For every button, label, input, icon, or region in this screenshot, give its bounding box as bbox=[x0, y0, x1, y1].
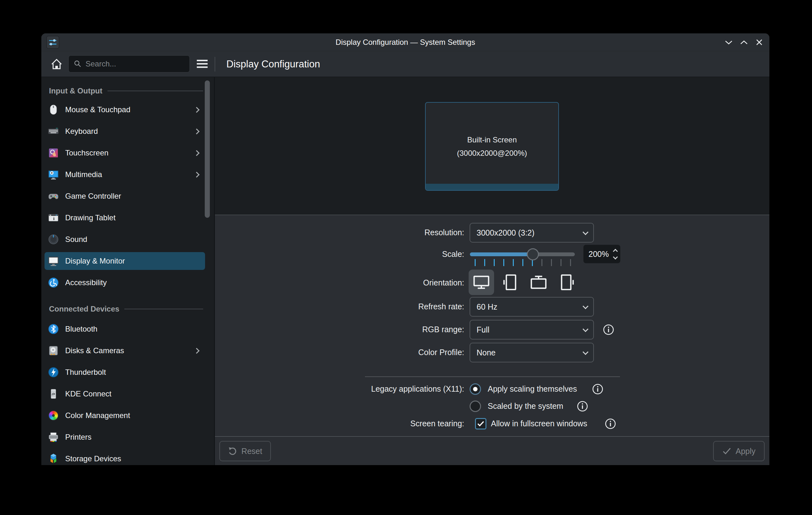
sidebar-item-disks-cameras[interactable]: Disks & Cameras bbox=[45, 342, 205, 360]
scaled-by-system-info-button[interactable] bbox=[577, 401, 588, 412]
checkmark-icon bbox=[477, 421, 485, 427]
sidebar-item-keyboard[interactable]: Keyboard bbox=[45, 122, 205, 140]
toolbar: Display Configuration bbox=[41, 51, 770, 77]
page-title: Display Configuration bbox=[226, 51, 320, 77]
orientation-portrait-right-button[interactable] bbox=[554, 269, 580, 295]
toolbar-separator bbox=[214, 57, 215, 71]
bluetooth-icon bbox=[48, 323, 59, 335]
section-separator bbox=[365, 376, 620, 377]
apply-scaling-info-button[interactable] bbox=[592, 383, 604, 395]
apply-scaling-label: Apply scaling themselves bbox=[488, 384, 577, 394]
multimedia-icon bbox=[48, 169, 59, 180]
reset-icon bbox=[228, 447, 237, 456]
sidebar-scrollbar[interactable] bbox=[205, 80, 210, 218]
sidebar-item-color-management[interactable]: Color Management bbox=[45, 407, 205, 424]
sidebar-item-label: Thunderbolt bbox=[65, 368, 200, 377]
screen-tearing-checkbox[interactable] bbox=[475, 418, 487, 429]
sidebar-item-multimedia[interactable]: Multimedia bbox=[45, 166, 205, 183]
sidebar-item-label: Sound bbox=[65, 235, 200, 244]
sidebar-item-touchscreen[interactable]: Touchscreen bbox=[45, 144, 205, 162]
info-icon bbox=[605, 418, 616, 429]
resolution-dropdown[interactable]: 3000x2000 (3:2) bbox=[470, 223, 594, 242]
orientation-portrait-left-button[interactable] bbox=[497, 269, 523, 295]
screen-tearing-info-button[interactable] bbox=[605, 418, 616, 429]
sidebar-item-mouse-touchpad[interactable]: Mouse & Touchpad bbox=[45, 101, 205, 119]
system-settings-window: Display Configuration — System Settings bbox=[41, 33, 770, 465]
color-profile-value: None bbox=[476, 348, 583, 357]
sidebar-item-sound[interactable]: Sound bbox=[45, 230, 205, 248]
chevron-right-icon bbox=[194, 150, 199, 156]
orientation-landscape-button[interactable] bbox=[469, 269, 494, 295]
sidebar-item-kde-connect[interactable]: KDE Connect bbox=[45, 385, 205, 403]
touchscreen-icon bbox=[48, 147, 59, 159]
info-icon bbox=[577, 401, 588, 412]
hamburger-menu-button[interactable] bbox=[195, 57, 209, 71]
home-button[interactable] bbox=[49, 56, 64, 71]
allow-fullscreen-label: Allow in fullscreen windows bbox=[491, 419, 587, 428]
accessibility-icon bbox=[48, 277, 59, 288]
monitor-portrait-right-icon bbox=[558, 273, 576, 291]
sidebar-item-label: Storage Devices bbox=[65, 454, 200, 463]
printers-icon bbox=[48, 431, 59, 443]
minimize-button[interactable] bbox=[722, 36, 736, 49]
sidebar-item-label: Accessibility bbox=[65, 278, 200, 287]
sidebar-item-drawing-tablet[interactable]: Drawing Tablet bbox=[45, 209, 205, 227]
spinbox-arrows[interactable] bbox=[614, 250, 617, 259]
radio-scaled-by-system[interactable] bbox=[470, 401, 481, 412]
chevron-down-icon bbox=[582, 303, 588, 309]
orientation-landscape-flipped-button[interactable] bbox=[526, 269, 551, 295]
section-rule bbox=[108, 91, 203, 91]
kde-connect-icon bbox=[48, 388, 59, 400]
scale-tick bbox=[560, 259, 561, 266]
keyboard-icon bbox=[48, 125, 59, 137]
apply-label: Apply bbox=[736, 447, 756, 456]
apply-button[interactable]: Apply bbox=[713, 441, 765, 461]
sidebar-item-storage-devices[interactable]: Storage Devices bbox=[45, 450, 205, 465]
sidebar-item-bluetooth[interactable]: Bluetooth bbox=[45, 320, 205, 338]
color-profile-dropdown[interactable]: None bbox=[470, 343, 594, 363]
monitor-preview-area: Built-in Screen (3000x2000@200%) bbox=[215, 77, 770, 215]
refresh-rate-dropdown[interactable]: 60 Hz bbox=[470, 297, 594, 317]
scale-tick bbox=[494, 259, 495, 266]
scale-tick bbox=[551, 259, 552, 266]
spin-up-icon[interactable] bbox=[613, 249, 618, 254]
sidebar-item-display-monitor[interactable]: Display & Monitor bbox=[45, 252, 205, 270]
scale-tick bbox=[484, 259, 485, 266]
orientation-label: Orientation: bbox=[336, 278, 464, 287]
game-controller-icon bbox=[48, 191, 59, 202]
sidebar-item-accessibility[interactable]: Accessibility bbox=[45, 274, 205, 291]
sidebar-item-thunderbolt[interactable]: Thunderbolt bbox=[45, 363, 205, 381]
radio-dot bbox=[473, 387, 477, 391]
color-profile-label: Color Profile: bbox=[336, 348, 464, 357]
color-management-icon bbox=[48, 410, 59, 421]
chevron-down-icon bbox=[582, 229, 588, 235]
scale-tick bbox=[522, 259, 523, 266]
scale-tick bbox=[503, 259, 504, 266]
reset-label: Reset bbox=[241, 447, 262, 456]
refresh-rate-value: 60 Hz bbox=[476, 302, 583, 312]
rgb-range-dropdown[interactable]: Full bbox=[470, 320, 594, 340]
maximize-button[interactable] bbox=[737, 36, 751, 49]
section-rule bbox=[124, 309, 203, 309]
scale-spinbox[interactable]: 200% bbox=[583, 245, 620, 263]
monitor-preview[interactable]: Built-in Screen (3000x2000@200%) bbox=[425, 102, 559, 191]
scale-label: Scale: bbox=[336, 250, 464, 259]
sidebar-item-label: Display & Monitor bbox=[65, 257, 200, 265]
main-panel: Built-in Screen (3000x2000@200%) Resolut… bbox=[215, 77, 770, 465]
radio-apply-scaling[interactable] bbox=[470, 383, 481, 395]
sidebar-item-label: Drawing Tablet bbox=[65, 213, 200, 222]
titlebar[interactable]: Display Configuration — System Settings bbox=[41, 33, 770, 51]
rgb-range-info-button[interactable] bbox=[603, 324, 614, 335]
search-input[interactable] bbox=[86, 59, 184, 68]
sidebar-item-printers[interactable]: Printers bbox=[45, 428, 205, 446]
scale-slider-handle[interactable] bbox=[527, 248, 539, 260]
monitor-name: Built-in Screen bbox=[467, 133, 517, 147]
spin-down-icon[interactable] bbox=[613, 254, 618, 259]
mouse-icon bbox=[48, 104, 59, 115]
hamburger-icon bbox=[196, 59, 208, 69]
refresh-rate-label: Refresh rate: bbox=[336, 302, 464, 311]
sidebar-item-game-controller[interactable]: Game Controller bbox=[45, 187, 205, 205]
sidebar-item-label: Disks & Cameras bbox=[65, 346, 195, 355]
reset-button[interactable]: Reset bbox=[220, 441, 271, 461]
close-button[interactable] bbox=[752, 36, 766, 49]
